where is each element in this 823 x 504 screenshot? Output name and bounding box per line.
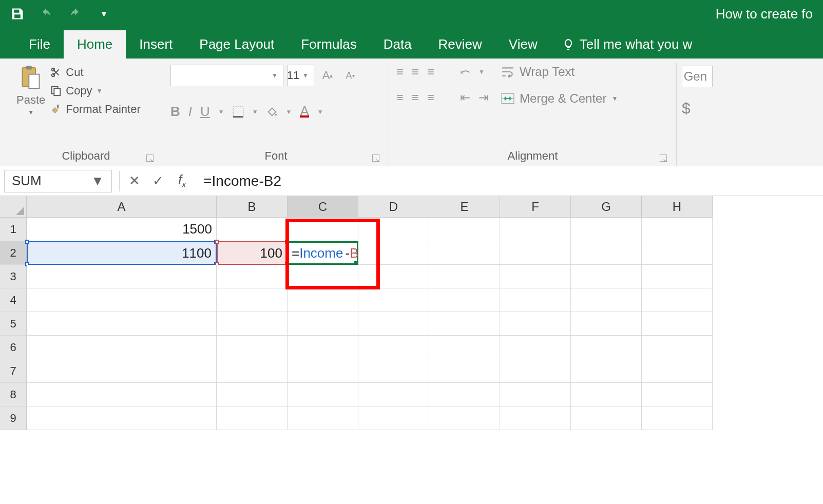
tab-file[interactable]: File — [15, 30, 64, 59]
cell-C6[interactable] — [288, 336, 358, 359]
cell-C4[interactable] — [288, 288, 358, 312]
cell-H8[interactable] — [642, 383, 713, 406]
decrease-font-icon[interactable]: A▾ — [341, 66, 359, 85]
cell-G7[interactable] — [571, 359, 642, 383]
tab-page-layout[interactable]: Page Layout — [186, 30, 288, 59]
font-color-button[interactable]: A — [300, 106, 309, 118]
cell-B3[interactable] — [217, 265, 288, 288]
cell-C8[interactable] — [288, 383, 358, 406]
alignment-dialog-launcher[interactable] — [660, 154, 667, 162]
cell-B7[interactable] — [217, 359, 288, 383]
cell-G8[interactable] — [571, 383, 642, 406]
increase-indent-icon[interactable]: ⇥ — [479, 90, 489, 105]
col-header-F[interactable]: F — [500, 196, 571, 218]
row-header-9[interactable]: 9 — [0, 406, 27, 430]
borders-button[interactable] — [233, 106, 244, 118]
cell-F4[interactable] — [500, 288, 571, 312]
decrease-indent-icon[interactable]: ⇤ — [460, 90, 470, 105]
tab-insert[interactable]: Insert — [126, 30, 186, 59]
cell-F1[interactable] — [500, 218, 571, 241]
align-left-icon[interactable]: ≡ — [396, 90, 404, 105]
cell-G1[interactable] — [571, 218, 642, 241]
align-bottom-icon[interactable]: ≡ — [427, 65, 434, 79]
align-center-icon[interactable]: ≡ — [412, 90, 419, 105]
row-header-2[interactable]: 2 — [0, 241, 27, 265]
merge-center-button[interactable]: Merge & Center ▼ — [501, 91, 618, 106]
format-painter-button[interactable]: Format Painter — [50, 103, 141, 116]
accounting-format-button[interactable]: $ — [682, 100, 713, 117]
tab-review[interactable]: Review — [425, 30, 495, 59]
cell-A3[interactable] — [27, 265, 217, 288]
fx-icon[interactable]: fx — [170, 172, 194, 189]
cell-H6[interactable] — [642, 336, 713, 359]
align-right-icon[interactable]: ≡ — [427, 90, 434, 105]
cell-F5[interactable] — [500, 312, 571, 336]
cell-C5[interactable] — [288, 312, 358, 336]
cell-F6[interactable] — [500, 336, 571, 359]
cell-E8[interactable] — [429, 383, 500, 406]
cell-A5[interactable] — [27, 312, 217, 336]
wrap-text-button[interactable]: Wrap Text — [501, 65, 618, 79]
cell-B8[interactable] — [217, 383, 288, 406]
cell-D4[interactable] — [358, 288, 429, 312]
increase-font-icon[interactable]: A▴ — [318, 66, 337, 85]
cell-A9[interactable] — [27, 406, 217, 430]
cell-F3[interactable] — [500, 265, 571, 288]
cell-H4[interactable] — [642, 288, 713, 312]
cell-E3[interactable] — [429, 265, 500, 288]
tell-me-search[interactable]: Tell me what you w — [551, 30, 693, 59]
cell-D3[interactable] — [358, 265, 429, 288]
col-header-A[interactable]: A — [27, 196, 217, 218]
cell-G3[interactable] — [571, 265, 642, 288]
number-format-combo[interactable]: Gen — [682, 66, 713, 87]
cell-B5[interactable] — [217, 312, 288, 336]
fill-color-button[interactable] — [266, 106, 278, 118]
cell-C2-editing[interactable]: =Income-B2 — [288, 241, 358, 265]
cell-C3[interactable] — [288, 265, 358, 288]
font-name-combo[interactable]: ▼ — [170, 65, 283, 86]
italic-button[interactable]: I — [188, 104, 192, 120]
cell-E9[interactable] — [429, 406, 500, 430]
formula-bar-input[interactable] — [194, 170, 823, 192]
copy-button[interactable]: Copy ▼ — [50, 84, 141, 98]
cell-G6[interactable] — [571, 336, 642, 359]
font-size-combo[interactable]: 11▼ — [288, 65, 314, 86]
undo-icon[interactable] — [39, 7, 53, 21]
tab-home[interactable]: Home — [64, 30, 126, 59]
row-header-7[interactable]: 7 — [0, 359, 27, 383]
cell-H9[interactable] — [642, 406, 713, 430]
align-top-icon[interactable]: ≡ — [396, 65, 404, 79]
cell-G9[interactable] — [571, 406, 642, 430]
redo-icon[interactable] — [68, 7, 82, 21]
row-header-6[interactable]: 6 — [0, 336, 27, 359]
cell-D9[interactable] — [358, 406, 429, 430]
cell-H2[interactable] — [642, 241, 713, 265]
cell-F7[interactable] — [500, 359, 571, 383]
cell-A8[interactable] — [27, 383, 217, 406]
paste-button[interactable]: Paste ▼ — [16, 65, 45, 116]
cell-B4[interactable] — [217, 288, 288, 312]
cell-D1[interactable] — [358, 218, 429, 241]
bold-button[interactable]: B — [170, 104, 180, 120]
cell-D2[interactable] — [358, 241, 429, 265]
name-box[interactable]: SUM ▼ — [4, 170, 112, 192]
cell-H1[interactable] — [642, 218, 713, 241]
cell-E2[interactable] — [429, 241, 500, 265]
col-header-G[interactable]: G — [571, 196, 642, 218]
cell-B6[interactable] — [217, 336, 288, 359]
cell-G2[interactable] — [571, 241, 642, 265]
cell-D6[interactable] — [358, 336, 429, 359]
cell-A2[interactable]: 1100 — [27, 241, 217, 265]
cell-F2[interactable] — [500, 241, 571, 265]
row-header-4[interactable]: 4 — [0, 288, 27, 312]
tab-formulas[interactable]: Formulas — [288, 30, 370, 59]
chevron-down-icon[interactable]: ▼ — [91, 173, 104, 189]
cell-C1[interactable] — [288, 218, 358, 241]
enter-formula-icon[interactable]: ✓ — [146, 171, 170, 191]
cell-E1[interactable] — [429, 218, 500, 241]
cell-H3[interactable] — [642, 265, 713, 288]
tab-data[interactable]: Data — [370, 30, 425, 59]
cell-B2[interactable]: 100 — [217, 241, 288, 265]
row-header-1[interactable]: 1 — [0, 218, 27, 241]
cell-F8[interactable] — [500, 383, 571, 406]
